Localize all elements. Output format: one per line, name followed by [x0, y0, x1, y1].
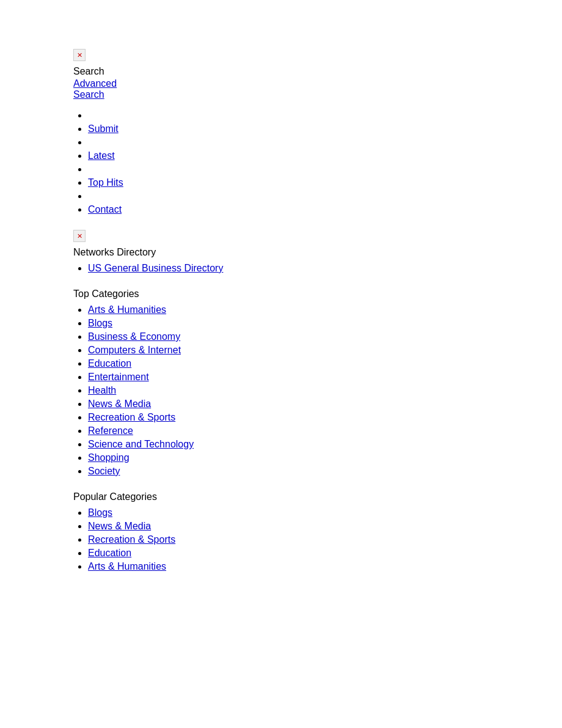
search-section: Search Advanced Search — [73, 49, 562, 100]
reference-link[interactable]: Reference — [88, 425, 133, 436]
us-general-business-directory-link[interactable]: US General Business Directory — [88, 263, 223, 273]
nav-empty-item-3 — [88, 164, 562, 175]
top-categories-section: Top Categories Arts & Humanities Blogs B… — [73, 289, 562, 477]
networks-heading: Networks Directory — [73, 247, 562, 258]
entertainment-link[interactable]: Entertainment — [88, 372, 149, 382]
advanced-search-link[interactable]: Advanced — [73, 78, 117, 89]
networks-section: Networks Directory US General Business D… — [73, 230, 562, 274]
nav-empty-item-1 — [88, 110, 562, 121]
networks-list-item: US General Business Directory — [88, 263, 562, 274]
nav-list-item: Submit — [88, 123, 562, 134]
society-link[interactable]: Society — [88, 466, 120, 476]
nav-list-item: Contact — [88, 204, 562, 215]
contact-link[interactable]: Contact — [88, 204, 122, 215]
list-item: Shopping — [88, 452, 562, 463]
list-item: Education — [88, 548, 562, 559]
popular-education-link[interactable]: Education — [88, 548, 131, 558]
search-link[interactable]: Search — [73, 89, 104, 100]
blogs-link[interactable]: Blogs — [88, 318, 112, 328]
popular-blogs-link[interactable]: Blogs — [88, 507, 112, 518]
list-item: Health — [88, 385, 562, 396]
top-categories-list: Arts & Humanities Blogs Business & Econo… — [73, 304, 562, 477]
latest-link[interactable]: Latest — [88, 150, 115, 161]
list-item: Recreation & Sports — [88, 534, 562, 545]
broken-image-icon — [73, 49, 86, 61]
top-hits-link[interactable]: Top Hits — [88, 177, 123, 188]
nav-empty-item-4 — [88, 191, 562, 202]
popular-news-media-link[interactable]: News & Media — [88, 521, 151, 531]
science-technology-link[interactable]: Science and Technology — [88, 439, 194, 449]
arts-humanities-link[interactable]: Arts & Humanities — [88, 304, 166, 315]
recreation-sports-link[interactable]: Recreation & Sports — [88, 412, 175, 422]
networks-list: US General Business Directory — [73, 263, 562, 274]
business-economy-link[interactable]: Business & Economy — [88, 331, 180, 342]
list-item: Business & Economy — [88, 331, 562, 342]
search-label: Search — [73, 66, 562, 77]
computers-internet-link[interactable]: Computers & Internet — [88, 345, 181, 355]
news-media-link[interactable]: News & Media — [88, 399, 151, 409]
nav-empty-item-2 — [88, 137, 562, 148]
nav-list-item: Latest — [88, 150, 562, 161]
list-item: Science and Technology — [88, 439, 562, 450]
nav-list-item: Top Hits — [88, 177, 562, 188]
broken-image-icon-2 — [73, 230, 86, 242]
submit-link[interactable]: Submit — [88, 123, 119, 134]
list-item: Arts & Humanities — [88, 561, 562, 572]
popular-categories-section: Popular Categories Blogs News & Media Re… — [73, 491, 562, 572]
list-item: News & Media — [88, 399, 562, 410]
popular-recreation-sports-link[interactable]: Recreation & Sports — [88, 534, 175, 545]
list-item: News & Media — [88, 521, 562, 532]
list-item: Computers & Internet — [88, 345, 562, 356]
list-item: Society — [88, 466, 562, 477]
popular-categories-heading: Popular Categories — [73, 491, 562, 502]
popular-arts-humanities-link[interactable]: Arts & Humanities — [88, 561, 166, 572]
list-item: Blogs — [88, 507, 562, 518]
health-link[interactable]: Health — [88, 385, 116, 395]
list-item: Entertainment — [88, 372, 562, 383]
nav-list: Submit Latest Top Hits Contact — [73, 110, 562, 215]
list-item: Education — [88, 358, 562, 369]
popular-categories-list: Blogs News & Media Recreation & Sports E… — [73, 507, 562, 572]
list-item: Arts & Humanities — [88, 304, 562, 315]
list-item: Recreation & Sports — [88, 412, 562, 423]
shopping-link[interactable]: Shopping — [88, 452, 130, 463]
list-item: Reference — [88, 425, 562, 436]
nav-section: Submit Latest Top Hits Contact — [73, 110, 562, 215]
list-item: Blogs — [88, 318, 562, 329]
education-link[interactable]: Education — [88, 358, 131, 369]
top-categories-heading: Top Categories — [73, 289, 562, 300]
